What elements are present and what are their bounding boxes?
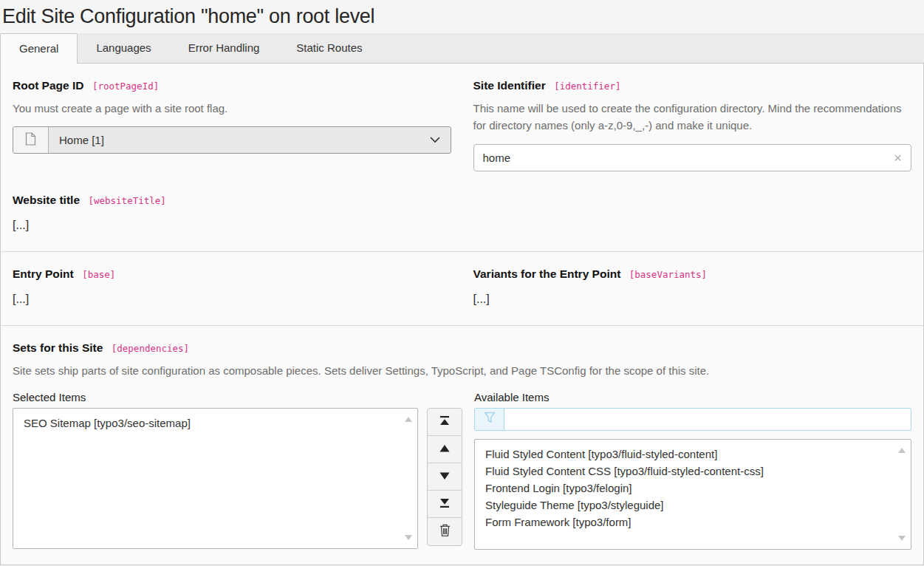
tab-bar: General Languages Error Handling Static … [0, 33, 924, 64]
root-page-select[interactable]: Home [1] [13, 126, 451, 154]
dependencies-code: [dependencies] [112, 343, 189, 354]
general-tab-panel: Root Page ID [rootPageId] You must creat… [0, 64, 924, 565]
tab-languages[interactable]: Languages [78, 33, 169, 63]
selected-items-column: Selected Items SEO Sitemap [typo3/seo-si… [13, 391, 418, 550]
available-item[interactable]: Frontend Login [typo3/felogin] [485, 480, 890, 497]
field-entry-point: Entry Point [base] [...] [13, 267, 451, 306]
filter-icon-cell [475, 409, 504, 430]
scroll-down-arrow[interactable] [898, 536, 906, 541]
filter-input[interactable] [504, 409, 911, 430]
scroll-up-arrow[interactable] [405, 417, 412, 422]
available-item[interactable]: Form Framework [typo3/form] [485, 514, 890, 531]
root-page-id-description: You must create a page with a site root … [13, 100, 451, 117]
site-identifier-input-wrap: × [473, 144, 912, 171]
available-item[interactable]: Fluid Styled Content [typo3/fluid-styled… [485, 446, 890, 463]
entry-point-collapsed-toggle[interactable]: [...] [13, 293, 29, 306]
section-site-sets: Sets for this Site [dependencies] Site s… [1, 326, 923, 566]
field-site-identifier: Site Identifier [identifier] This name w… [473, 79, 912, 171]
website-title-collapsed-toggle[interactable]: [...] [13, 219, 29, 232]
entry-point-label: Entry Point [13, 267, 74, 280]
selected-item[interactable]: SEO Sitemap [typo3/seo-sitemap] [24, 415, 397, 432]
move-to-top-button[interactable] [428, 409, 462, 436]
move-up-icon [439, 443, 450, 454]
page-icon [25, 132, 36, 149]
website-title-label: Website title [13, 194, 80, 206]
dependencies-label: Sets for this Site [13, 341, 103, 354]
clear-icon[interactable]: × [894, 151, 902, 165]
available-items-column: Available Items Fluid Styled Content [ty… [474, 391, 911, 550]
section-root-identifier: Root Page ID [rootPageId] You must creat… [1, 64, 923, 252]
move-up-button[interactable] [428, 436, 462, 463]
tab-static-routes[interactable]: Static Routes [278, 33, 380, 63]
root-page-id-code: [rootPageId] [92, 81, 159, 92]
field-website-title: Website title [websiteTitle] [...] [13, 194, 451, 232]
move-down-icon [439, 471, 450, 482]
tab-general[interactable]: General [0, 33, 78, 64]
field-dependencies: Sets for this Site [dependencies] Site s… [13, 341, 911, 550]
page-title: Edit Site Configuration "home" on root l… [0, 0, 924, 33]
delete-icon [439, 524, 451, 539]
page-icon-cell [13, 127, 49, 153]
available-item[interactable]: Styleguide Theme [typo3/styleguide] [485, 497, 890, 514]
dependencies-description: Site sets ship parts of site configurati… [13, 362, 911, 379]
section-entry-point: Entry Point [base] [...] Variants for th… [1, 252, 923, 326]
scroll-down-arrow[interactable] [405, 535, 412, 540]
site-identifier-input[interactable] [473, 144, 912, 171]
move-to-top-icon [439, 416, 450, 428]
chevron-down-icon [430, 137, 440, 143]
selected-items-label: Selected Items [13, 391, 418, 403]
tab-error-handling[interactable]: Error Handling [170, 33, 278, 63]
base-variants-code: [baseVariants] [629, 269, 707, 280]
website-title-code: [websiteTitle] [88, 195, 165, 206]
move-button-group [427, 408, 462, 546]
move-buttons-column [427, 391, 462, 550]
site-identifier-label: Site Identifier [473, 79, 546, 92]
root-page-id-label: Root Page ID [13, 79, 83, 92]
scroll-up-arrow[interactable] [898, 448, 906, 453]
move-to-bottom-button[interactable] [428, 491, 462, 518]
site-identifier-code: [identifier] [554, 81, 620, 92]
move-to-bottom-icon [439, 498, 450, 510]
entry-point-code: [base] [82, 269, 115, 280]
root-page-select-value[interactable]: Home [1] [49, 127, 451, 153]
move-down-button[interactable] [428, 463, 462, 491]
field-root-page-id: Root Page ID [rootPageId] You must creat… [13, 79, 451, 171]
site-identifier-description: This name will be used to create the con… [473, 100, 912, 134]
root-page-selected-option: Home [1] [59, 134, 104, 146]
available-items-listbox: Fluid Styled Content [typo3/fluid-styled… [474, 439, 911, 550]
available-items-label: Available Items [474, 391, 911, 403]
base-variants-label: Variants for the Entry Point [473, 267, 621, 280]
selected-items-listbox: SEO Sitemap [typo3/seo-sitemap] [13, 408, 418, 549]
filter-icon [484, 412, 496, 426]
field-base-variants: Variants for the Entry Point [baseVarian… [473, 267, 912, 306]
base-variants-collapsed-toggle[interactable]: [...] [473, 293, 490, 306]
available-items-filter [474, 408, 911, 431]
remove-item-button[interactable] [428, 518, 462, 545]
available-item[interactable]: Fluid Styled Content CSS [typo3/fluid-st… [485, 463, 890, 480]
